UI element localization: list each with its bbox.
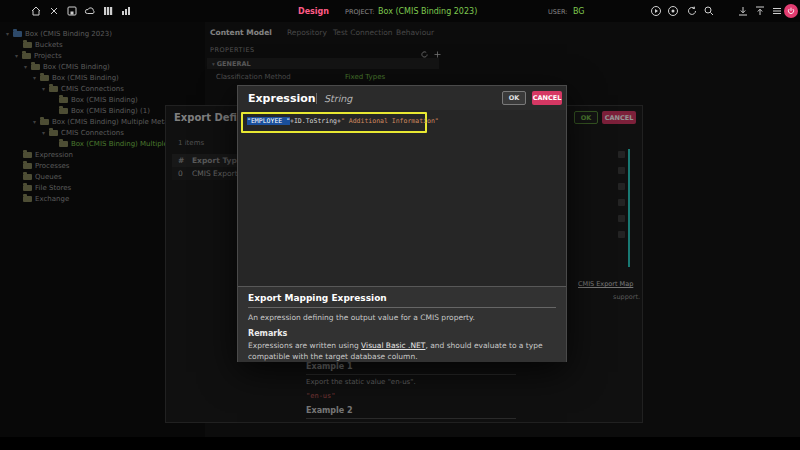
folder-icon (23, 196, 32, 202)
user-name: BG (573, 7, 585, 16)
folder-icon (40, 75, 49, 81)
cloud-icon[interactable] (84, 5, 96, 17)
tab-repository[interactable]: Repository (287, 28, 327, 37)
row-index: 0 (172, 169, 192, 178)
properties-title: PROPERTIES (210, 46, 255, 54)
folder-icon (23, 152, 32, 158)
user-label: USER: (548, 8, 568, 16)
tree-item-label: Box (CMIS Binding 2023) (25, 30, 112, 38)
folder-icon (23, 163, 32, 169)
download-icon[interactable] (737, 5, 749, 17)
items-count: 1 items (178, 139, 204, 147)
home-icon[interactable] (30, 5, 42, 17)
menu-icon[interactable] (771, 5, 783, 17)
support-text: support. (613, 293, 640, 301)
editor-gutter-icon[interactable] (618, 199, 625, 206)
example2-heading: Example 2 (306, 406, 353, 415)
column-header: # (172, 156, 192, 165)
folder-icon (31, 64, 40, 70)
editor-gutter-icon[interactable] (618, 231, 625, 238)
tree-item-label: Exchange (35, 195, 69, 203)
tools-icon[interactable] (48, 5, 60, 17)
folder-icon (59, 141, 68, 147)
editor-gutter-icon[interactable] (618, 215, 625, 222)
refresh-properties-icon[interactable] (420, 44, 429, 53)
upload-icon[interactable] (754, 5, 766, 17)
tree-item[interactable]: Box (CMIS Binding) (0, 72, 238, 83)
folder-icon (23, 42, 32, 48)
add-property-icon[interactable] (433, 44, 442, 53)
dialog-title: Expression (248, 92, 316, 105)
tree-item-label: CMIS Connections (61, 129, 124, 137)
expression-text: "EMPLOYEE "+ID.ToString+" Additional Inf… (247, 117, 439, 125)
divider (306, 418, 516, 419)
code-token: +ID.ToString+ (290, 117, 341, 125)
folder-icon (40, 119, 49, 125)
title-divider (316, 93, 317, 104)
editor-gutter-icon[interactable] (618, 167, 625, 174)
cancel-button[interactable]: CANCEL (602, 111, 636, 124)
section-general[interactable]: GENERAL (207, 58, 439, 69)
chart-icon[interactable] (120, 5, 132, 17)
play-icon[interactable] (650, 5, 662, 17)
tree-item-label: Processes (35, 162, 70, 170)
tree-item-label: Box (CMIS Binding) (43, 63, 110, 71)
tree-item-label: Projects (34, 52, 62, 60)
property-value[interactable]: Fixed Types (345, 73, 385, 81)
ok-button[interactable]: OK (502, 91, 526, 105)
remarks-heading: Remarks (248, 329, 556, 338)
folder-icon (23, 174, 32, 180)
vb-net-link[interactable]: Visual Basic .NET (361, 341, 425, 350)
help-heading: Export Mapping Expression (248, 293, 556, 308)
help-panel: Export Mapping Expression An expression … (238, 286, 566, 362)
editor-gutter-icon[interactable] (618, 151, 625, 158)
mode-label[interactable]: Design (298, 7, 329, 16)
save-icon[interactable] (66, 5, 78, 17)
expression-editor[interactable]: "EMPLOYEE "+ID.ToString+" Additional Inf… (238, 110, 566, 286)
tab-behaviour[interactable]: Behaviour (396, 28, 434, 37)
cancel-button[interactable]: CANCEL (532, 91, 562, 105)
example1-heading: Example 1 (306, 362, 353, 371)
status-bar (0, 437, 800, 450)
project-name[interactable]: Box (CMIS Binding 2023) (378, 7, 477, 16)
search-icon[interactable] (703, 5, 715, 17)
folder-icon (49, 130, 58, 136)
selected-token: "EMPLOYEE " (247, 117, 290, 125)
string-token: " Additional Information" (341, 117, 439, 125)
expression-type-label: String (324, 93, 352, 104)
editor-gutter-icon[interactable] (618, 183, 625, 190)
example1-text: Export the static value "en-us". (306, 378, 416, 386)
folder-icon (59, 108, 68, 114)
tree-item-label: Buckets (35, 41, 63, 49)
tree-item-label: File Stores (35, 184, 71, 192)
scrollbar[interactable] (628, 149, 630, 267)
folder-icon (59, 97, 68, 103)
help-description: An expression defining the output value … (248, 313, 556, 322)
tree-item[interactable]: Buckets (0, 39, 220, 50)
tree-item-label: Queues (35, 173, 62, 181)
refresh-icon[interactable] (686, 5, 698, 17)
tab-test-connection[interactable]: Test Connection (333, 28, 393, 37)
tree-item-label: Box (CMIS Binding) (52, 74, 119, 82)
property-label: Classification Method (216, 73, 291, 81)
tree-item-root[interactable]: Box (CMIS Binding 2023) (0, 28, 211, 39)
power-icon[interactable] (784, 4, 798, 18)
tree-item[interactable]: Box (CMIS Binding) (0, 61, 229, 72)
folder-icon (49, 86, 58, 92)
tab-content-model[interactable]: Content Model (210, 28, 272, 37)
ok-button[interactable]: OK (574, 111, 598, 124)
project-icon (13, 31, 22, 37)
tree-item[interactable]: Projects (0, 50, 220, 61)
expression-dialog: Expression String OK CANCEL "EMPLOYEE "+… (237, 85, 567, 362)
divider (306, 374, 516, 375)
tree-item-label: Box (CMIS Binding) (71, 96, 138, 104)
folder-icon (22, 53, 31, 59)
project-label: PROJECT: (345, 8, 375, 16)
folder-icon (23, 185, 32, 191)
record-icon[interactable] (667, 5, 679, 17)
topbar: Design PROJECT: Box (CMIS Binding 2023) … (0, 0, 800, 22)
app-window: Design PROJECT: Box (CMIS Binding 2023) … (0, 0, 800, 450)
tree-item-label: Box (CMIS Binding) (1) (71, 107, 150, 115)
columns-icon[interactable] (102, 5, 114, 17)
cmis-export-map-link[interactable]: CMIS Export Map (578, 280, 633, 288)
